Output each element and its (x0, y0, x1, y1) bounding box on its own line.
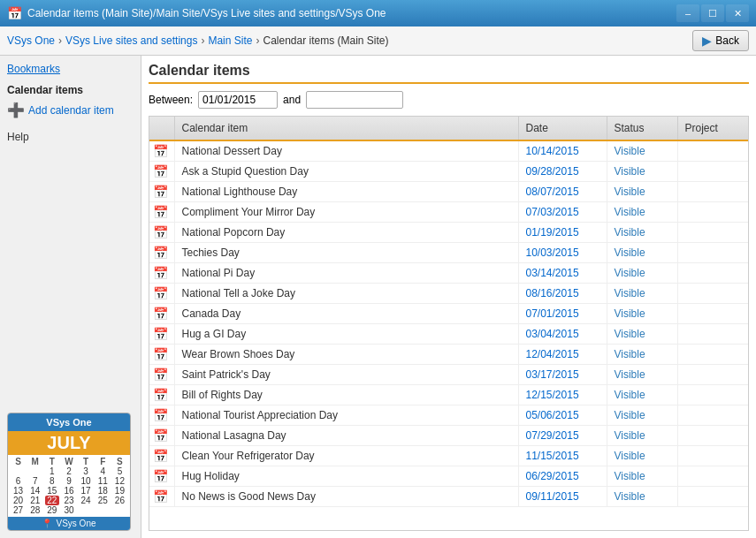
cal-day-header-2: T (45, 457, 59, 466)
col-date[interactable]: Date (518, 117, 607, 140)
back-button[interactable]: ▶ Back (692, 30, 749, 51)
back-icon: ▶ (702, 34, 712, 48)
close-button[interactable]: ✕ (726, 4, 749, 22)
title-bar: 📅 Calendar items (Main Site)/Main Site/V… (0, 0, 756, 27)
row-status: Visible (607, 426, 677, 446)
row-name[interactable]: Wear Brown Shoes Day (174, 345, 518, 365)
cal-day-header-4: T (79, 457, 93, 466)
breadcrumb-livesite[interactable]: VSys Live sites and settings (65, 34, 197, 47)
row-name[interactable]: National Pi Day (174, 263, 518, 284)
table-row[interactable]: 📅National Dessert Day10/14/2015Visible (149, 140, 748, 162)
row-date: 03/04/2015 (518, 324, 607, 345)
app-icon: 📅 (7, 6, 22, 20)
row-name[interactable]: Clean Your Refrigerator Day (174, 446, 518, 466)
row-date: 07/03/2015 (518, 202, 607, 223)
row-name[interactable]: Techies Day (174, 243, 518, 263)
help-label: Help (7, 131, 134, 143)
row-project (677, 324, 748, 345)
table-row[interactable]: 📅Techies Day10/03/2015Visible (149, 243, 748, 263)
row-date: 03/14/2015 (518, 263, 607, 284)
table-row[interactable]: 📅Ask a Stupid Question Day09/28/2015Visi… (149, 162, 748, 182)
to-date-dropdown[interactable] (306, 91, 403, 109)
sidebar-section-title: Calendar items (7, 84, 134, 96)
cal-week-3: 13 14 15 16 17 18 19 (10, 486, 128, 496)
table-row[interactable]: 📅National Lasagna Day07/29/2015Visible (149, 426, 748, 446)
row-icon-cell: 📅 (149, 385, 174, 405)
row-date: 07/29/2015 (518, 426, 607, 446)
col-calendar-item[interactable]: Calendar item (174, 117, 518, 140)
row-icon-cell: 📅 (149, 405, 174, 426)
row-name[interactable]: Canada Day (174, 304, 518, 324)
row-date: 10/03/2015 (518, 243, 607, 263)
main-content: Calendar items Between: and Calendar ite… (141, 56, 756, 538)
table-row[interactable]: 📅Saint Patrick's Day03/17/2015Visible (149, 365, 748, 385)
cal-week-2: 6 7 8 9 10 11 12 (10, 476, 128, 486)
row-name[interactable]: Saint Patrick's Day (174, 365, 518, 385)
row-icon-cell: 📅 (149, 284, 174, 304)
row-name[interactable]: Hug a GI Day (174, 324, 518, 345)
row-name[interactable]: Bill of Rights Day (174, 385, 518, 405)
minimize-button[interactable]: – (676, 4, 699, 22)
row-icon-cell: 📅 (149, 324, 174, 345)
table-row[interactable]: 📅Compliment Your Mirror Day07/03/2015Vis… (149, 202, 748, 223)
row-project (677, 223, 748, 243)
row-date: 03/17/2015 (518, 365, 607, 385)
row-project (677, 345, 748, 365)
breadcrumb-current: Calendar items (Main Site) (263, 34, 388, 47)
from-date-input[interactable] (198, 91, 278, 109)
row-icon-cell: 📅 (149, 446, 174, 466)
row-name[interactable]: Compliment Your Mirror Day (174, 202, 518, 223)
breadcrumb-vsysone[interactable]: VSys One (7, 34, 55, 47)
col-project[interactable]: Project (677, 117, 748, 140)
page-title: Calendar items (149, 63, 749, 84)
table-row[interactable]: 📅Clean Your Refrigerator Day11/15/2015Vi… (149, 446, 748, 466)
row-name[interactable]: National Popcorn Day (174, 223, 518, 243)
add-calendar-item-button[interactable]: ➕ Add calendar item (7, 102, 134, 118)
row-icon-cell: 📅 (149, 182, 174, 202)
table-row[interactable]: 📅Hug Holiday06/29/2015Visible (149, 466, 748, 487)
cal-week-5: 27 28 29 30 (10, 505, 128, 515)
row-name[interactable]: National Lighthouse Day (174, 182, 518, 202)
add-label: Add calendar item (28, 104, 114, 117)
col-status[interactable]: Status (607, 117, 677, 140)
row-status: Visible (607, 202, 677, 223)
row-icon-cell: 📅 (149, 345, 174, 365)
maximize-button[interactable]: ☐ (701, 4, 724, 22)
and-label: and (283, 94, 301, 106)
row-status: Visible (607, 466, 677, 487)
row-name[interactable]: Hug Holiday (174, 466, 518, 487)
table-row[interactable]: 📅National Popcorn Day01/19/2015Visible (149, 223, 748, 243)
table-row[interactable]: 📅Wear Brown Shoes Day12/04/2015Visible (149, 345, 748, 365)
cal-widget-month: JULY (8, 431, 130, 455)
row-status: Visible (607, 243, 677, 263)
row-date: 06/29/2015 (518, 466, 607, 487)
table-row[interactable]: 📅National Pi Day03/14/2015Visible (149, 263, 748, 284)
table-row[interactable]: 📅Bill of Rights Day12/15/2015Visible (149, 385, 748, 405)
table-row[interactable]: 📅Canada Day07/01/2015Visible (149, 304, 748, 324)
row-status: Visible (607, 304, 677, 324)
row-name[interactable]: Ask a Stupid Question Day (174, 162, 518, 182)
row-project (677, 487, 748, 507)
cal-widget-title: VSys One (8, 413, 130, 431)
row-date: 09/28/2015 (518, 162, 607, 182)
row-status: Visible (607, 487, 677, 507)
table-row[interactable]: 📅National Tell a Joke Day08/16/2015Visib… (149, 284, 748, 304)
table-row[interactable]: 📅Hug a GI Day03/04/2015Visible (149, 324, 748, 345)
table-row[interactable]: 📅National Tourist Appreciation Day05/06/… (149, 405, 748, 426)
row-status: Visible (607, 223, 677, 243)
col-icon (149, 117, 174, 140)
table-row[interactable]: 📅No News is Good News Day09/11/2015Visib… (149, 487, 748, 507)
breadcrumb-mainsite[interactable]: Main Site (208, 34, 252, 47)
row-name[interactable]: National Lasagna Day (174, 426, 518, 446)
row-date: 12/04/2015 (518, 345, 607, 365)
main-window: VSys One › VSys Live sites and settings … (0, 27, 756, 538)
row-name[interactable]: No News is Good News Day (174, 487, 518, 507)
table-row[interactable]: 📅National Lighthouse Day08/07/2015Visibl… (149, 182, 748, 202)
breadcrumb: VSys One › VSys Live sites and settings … (7, 34, 389, 47)
calendar-items-table: Calendar item Date Status Project 📅Natio… (149, 117, 748, 507)
row-name[interactable]: National Tourist Appreciation Day (174, 405, 518, 426)
row-name[interactable]: National Tell a Joke Day (174, 284, 518, 304)
bookmarks-link[interactable]: Bookmarks (7, 63, 134, 75)
row-name[interactable]: National Dessert Day (174, 140, 518, 162)
row-icon-cell: 📅 (149, 243, 174, 263)
